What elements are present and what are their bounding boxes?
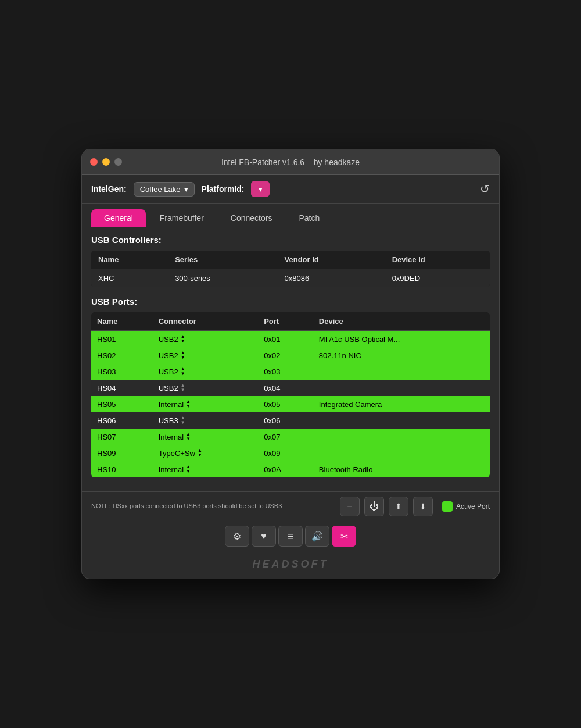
col-name: Name: [91, 251, 168, 269]
export-button[interactable]: ⬇: [413, 497, 433, 516]
zoom-button[interactable]: [114, 158, 122, 166]
port-connector: USB2▲▼: [153, 380, 258, 396]
port-connector: Internal▲▼: [153, 461, 258, 477]
port-name: HS10: [91, 461, 153, 477]
bottom-bar: NOTE: HSxx ports connected to USB3 ports…: [82, 491, 499, 521]
controller-device-id: 0x9DED: [385, 269, 490, 288]
bottom-tabs: ⚙ ♥ ≡ 🔊 ✂: [82, 521, 499, 554]
port-name: HS02: [91, 347, 153, 363]
platformid-label: PlatformId:: [202, 184, 245, 194]
active-port-label: Active Port: [456, 502, 490, 511]
minimize-button[interactable]: [102, 158, 110, 166]
port-number: 0x0A: [258, 461, 313, 477]
table-row[interactable]: HS05Internal▲▼0x05Integrated Camera: [91, 396, 490, 412]
usb-ports-table: Name Connector Port Device HS01USB2▲▼0x0…: [91, 312, 490, 477]
platform-row: ▾: [251, 181, 473, 197]
import-button[interactable]: ⬆: [389, 497, 408, 516]
main-content: USB Controllers: Name Series Vendor Id D…: [82, 227, 499, 491]
port-device: [313, 429, 490, 445]
usb-icon: ✂: [340, 531, 348, 542]
bottom-tab-audio[interactable]: 🔊: [305, 526, 329, 547]
col-vendor-id: Vendor Id: [278, 251, 385, 269]
controller-name: XHC: [91, 269, 168, 288]
table-row[interactable]: HS09TypeC+Sw▲▼0x09: [91, 445, 490, 461]
toolbar: IntelGen: Coffee Lake ▾ PlatformId: ▾ ↺: [82, 175, 499, 204]
port-device: [313, 363, 490, 380]
table-row[interactable]: HS03USB2▲▼0x03: [91, 363, 490, 380]
tab-patch[interactable]: Patch: [286, 209, 332, 227]
port-col-name: Name: [91, 312, 153, 331]
bottom-tab-heart[interactable]: ♥: [252, 526, 276, 547]
table-row[interactable]: HS10Internal▲▼0x0ABluetooth Radio: [91, 461, 490, 477]
bottom-tab-list[interactable]: ≡: [278, 526, 303, 547]
port-device: Bluetooth Radio: [313, 461, 490, 477]
port-number: 0x07: [258, 429, 313, 445]
port-device: MI A1c USB Optical M...: [313, 331, 490, 348]
table-row[interactable]: HS07Internal▲▼0x07: [91, 429, 490, 445]
port-number: 0x01: [258, 331, 313, 348]
port-number: 0x05: [258, 396, 313, 412]
tab-bar: General Framebuffer Connectors Patch: [82, 204, 499, 227]
port-number: 0x09: [258, 445, 313, 461]
export-icon: ⬇: [419, 502, 426, 511]
port-name: HS09: [91, 445, 153, 461]
port-connector: USB2▲▼: [153, 331, 258, 348]
port-device: 802.11n NIC: [313, 347, 490, 363]
heart-icon: ♥: [261, 531, 267, 541]
usb-ports-table-container[interactable]: Name Connector Port Device HS01USB2▲▼0x0…: [91, 312, 490, 477]
footer: HEADSOFT: [82, 554, 499, 579]
minus-button[interactable]: −: [340, 497, 360, 516]
chevron-down-icon: ▾: [259, 185, 263, 194]
usb-controllers-table: Name Series Vendor Id Device Id XHC 300-…: [91, 251, 490, 287]
gear-icon: ⚙: [233, 531, 241, 542]
port-connector: Internal▲▼: [153, 429, 258, 445]
col-series: Series: [168, 251, 277, 269]
table-row[interactable]: HS02USB2▲▼0x02802.11n NIC: [91, 347, 490, 363]
minus-icon: −: [347, 501, 352, 512]
port-device: [313, 380, 490, 396]
intelgen-label: IntelGen:: [91, 184, 127, 194]
titlebar: Intel FB-Patcher v1.6.6 – by headkaze: [82, 149, 499, 175]
port-name: HS01: [91, 331, 153, 348]
port-device: [313, 412, 490, 429]
port-device: [313, 445, 490, 461]
table-row[interactable]: HS01USB2▲▼0x01MI A1c USB Optical M...: [91, 331, 490, 348]
port-number: 0x03: [258, 363, 313, 380]
port-name: HS07: [91, 429, 153, 445]
usb-controllers-title: USB Controllers:: [91, 235, 490, 245]
port-col-connector: Connector: [153, 312, 258, 331]
app-window: Intel FB-Patcher v1.6.6 – by headkaze In…: [81, 149, 500, 579]
tab-connectors[interactable]: Connectors: [218, 209, 285, 227]
usb-controllers-table-container: Name Series Vendor Id Device Id XHC 300-…: [91, 251, 490, 287]
intelgen-value: Coffee Lake: [140, 185, 181, 194]
controller-vendor-id: 0x8086: [278, 269, 385, 288]
tab-framebuffer[interactable]: Framebuffer: [147, 209, 217, 227]
note-text: NOTE: HSxx ports connected to USB3 ports…: [91, 502, 335, 511]
port-col-port: Port: [258, 312, 313, 331]
table-row[interactable]: HS06USB3▲▼0x06: [91, 412, 490, 429]
table-row[interactable]: HS04USB2▲▼0x04: [91, 380, 490, 396]
port-name: HS04: [91, 380, 153, 396]
chevron-down-icon: ▾: [184, 185, 188, 194]
bottom-tab-settings[interactable]: ⚙: [225, 526, 249, 547]
port-connector: USB2▲▼: [153, 347, 258, 363]
refresh-button[interactable]: ↺: [480, 182, 490, 196]
port-name: HS05: [91, 396, 153, 412]
table-row: XHC 300-series 0x8086 0x9DED: [91, 269, 490, 288]
close-button[interactable]: [90, 158, 98, 166]
power-icon: ⏻: [370, 501, 379, 512]
port-connector: USB3▲▼: [153, 412, 258, 429]
port-number: 0x02: [258, 347, 313, 363]
port-connector: TypeC+Sw▲▼: [153, 445, 258, 461]
power-button[interactable]: ⏻: [364, 497, 384, 516]
audio-icon: 🔊: [311, 531, 323, 542]
port-name: HS03: [91, 363, 153, 380]
active-port-indicator: Active Port: [442, 501, 490, 512]
port-connector: Internal▲▼: [153, 396, 258, 412]
bottom-tab-usb[interactable]: ✂: [332, 526, 356, 547]
controller-series: 300-series: [168, 269, 277, 288]
tab-general[interactable]: General: [91, 209, 146, 227]
intelgen-dropdown[interactable]: Coffee Lake ▾: [134, 182, 195, 197]
traffic-lights: [90, 158, 122, 166]
platformid-dropdown[interactable]: ▾: [251, 181, 270, 197]
